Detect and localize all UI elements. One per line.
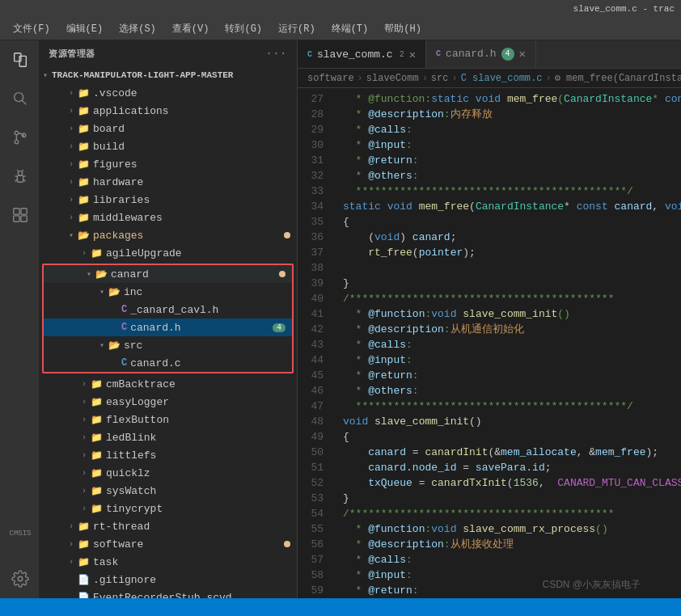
- tab-badge-canard: 4: [501, 48, 514, 61]
- code-editor[interactable]: 27 28 29 30 31 32 33 34 35 36 37 38 39 4…: [298, 88, 681, 598]
- tree-littlefs[interactable]: › 📁 littlefs: [39, 446, 297, 464]
- tab-close-slave[interactable]: ✕: [409, 48, 416, 61]
- tree-canard[interactable]: ▾ 📂 canard: [44, 265, 292, 283]
- activity-cmsis-icon[interactable]: CMSIS: [3, 517, 36, 550]
- tree-canard-h[interactable]: C canard.h 4: [44, 319, 292, 336]
- tree-item-label: inc: [124, 286, 292, 298]
- menu-select[interactable]: 选择(S): [112, 20, 163, 37]
- menu-help[interactable]: 帮助(H): [378, 20, 428, 37]
- tree-applications[interactable]: › 📁 applications: [39, 102, 297, 120]
- tree-agileupgrade[interactable]: › 📁 agileUpgrade: [39, 244, 297, 262]
- tree-software[interactable]: › 📁 software: [39, 535, 297, 553]
- activity-extensions-icon[interactable]: [3, 199, 36, 231]
- tree-item-label: applications: [93, 105, 297, 117]
- tab-icon-slave: C: [307, 50, 312, 59]
- tree-item-label: figures: [93, 158, 297, 171]
- tree-item-label: middlewares: [93, 212, 297, 224]
- activity-git-icon[interactable]: [3, 121, 36, 154]
- breadcrumb-file[interactable]: C slave_comm.c: [461, 73, 543, 84]
- tab-close-canard[interactable]: ✕: [519, 47, 526, 61]
- title-text: slave_comm.c - trac: [573, 4, 675, 14]
- tree-gitignore[interactable]: 📄 .gitignore: [39, 571, 297, 589]
- tree-src[interactable]: ▾ 📂 src: [44, 336, 292, 354]
- svg-rect-8: [17, 175, 23, 182]
- tree-easylogger[interactable]: › 📁 easyLogger: [39, 393, 297, 411]
- tree-build[interactable]: › 📁 build: [39, 137, 297, 155]
- activity-files-icon[interactable]: [3, 44, 36, 76]
- canard-h-badge: 4: [273, 323, 286, 332]
- tab-label-canard: canard.h: [446, 48, 496, 60]
- tree-quicklz[interactable]: › 📁 quicklz: [39, 464, 297, 482]
- menu-goto[interactable]: 转到(G): [218, 20, 269, 37]
- tree-item-label: packages: [93, 230, 284, 242]
- sidebar-more-button[interactable]: ···: [265, 47, 287, 60]
- tree-canard-cavl[interactable]: C _canard_cavl.h: [44, 301, 292, 319]
- tree-rtthread[interactable]: › 📁 rt-thread: [39, 517, 297, 535]
- breadcrumb-slavecomm[interactable]: slaveComm: [366, 73, 419, 84]
- tab-slave-comm[interactable]: C slave_comm.c 2 ✕: [298, 40, 426, 68]
- svg-point-5: [15, 140, 19, 144]
- breadcrumb-function[interactable]: ⚙ mem_free(CanardInstance * c...: [555, 72, 681, 84]
- menu-view[interactable]: 查看(V): [166, 20, 216, 37]
- breadcrumb-software[interactable]: software: [307, 73, 354, 84]
- menu-run[interactable]: 运行(R): [272, 20, 322, 37]
- tab-bar: C slave_comm.c 2 ✕ C canard.h 4 ✕: [298, 40, 681, 69]
- packages-dot: [284, 232, 290, 238]
- tree-item-label: flexButton: [106, 414, 297, 426]
- activity-debug-icon[interactable]: [3, 160, 36, 192]
- tree-hardware[interactable]: › 📁 hardware: [39, 173, 297, 191]
- title-bar: slave_comm.c - trac: [0, 0, 681, 18]
- tree-board[interactable]: › 📁 board: [39, 120, 297, 137]
- sidebar: 资源管理器 ··· ▾ TRACK-MANIPULATOR-LIGHT-APP-…: [39, 40, 298, 598]
- tree-item-label: src: [124, 340, 292, 352]
- tree-tinycrypt[interactable]: › 📁 tinycrypt: [39, 500, 297, 517]
- tree-item-label: sysWatch: [106, 485, 297, 497]
- tree-canard-c[interactable]: C canard.c: [44, 354, 292, 372]
- activity-search-icon[interactable]: [3, 82, 36, 115]
- tree-packages[interactable]: ▾ 📂 packages: [39, 226, 297, 244]
- status-bar: [0, 598, 681, 616]
- tree-item-label: build: [93, 141, 297, 153]
- breadcrumb-src[interactable]: src: [431, 73, 449, 84]
- breadcrumb: software › slaveComm › src › C slave_com…: [298, 69, 681, 88]
- tree-vscode[interactable]: › 📁 .vscode: [39, 84, 297, 102]
- activity-bar: CMSIS: [0, 40, 39, 598]
- tree-item-label: canard: [111, 268, 279, 281]
- tab-label-slave: slave_comm.c: [317, 49, 393, 61]
- tree-ledblink[interactable]: › 📁 ledBlink: [39, 428, 297, 446]
- line-numbers: 27 28 29 30 31 32 33 34 35 36 37 38 39 4…: [298, 88, 330, 598]
- tree-libraries[interactable]: › 📁 libraries: [39, 191, 297, 209]
- tree-syswatch[interactable]: › 📁 sysWatch: [39, 482, 297, 500]
- tree-event-recorder[interactable]: 📄 EventRecorderStub.scvd: [39, 589, 297, 598]
- svg-point-2: [15, 93, 23, 102]
- canard-highlight-box: ▾ 📂 canard ▾ 📂 inc C _canard_: [42, 264, 294, 373]
- svg-rect-12: [21, 216, 27, 222]
- svg-point-7: [18, 171, 23, 176]
- tree-item-label: hardware: [93, 176, 297, 188]
- menu-file[interactable]: 文件(F): [6, 20, 57, 37]
- activity-settings-icon[interactable]: [3, 563, 36, 595]
- tree-root[interactable]: ▾ TRACK-MANIPULATOR-LIGHT-APP-MASTER: [39, 66, 297, 84]
- tree-cmbacktrace[interactable]: › 📁 cmBacktrace: [39, 375, 297, 393]
- tree-middlewares[interactable]: › 📁 middlewares: [39, 209, 297, 226]
- main-layout: CMSIS 资源管理器 ··· ▾ TRACK-MANIPULATOR-LIGH…: [0, 40, 681, 598]
- tree-item-label: libraries: [93, 194, 297, 206]
- menu-edit[interactable]: 编辑(E): [60, 20, 110, 37]
- tree-figures[interactable]: › 📁 figures: [39, 155, 297, 173]
- editor-area: C slave_comm.c 2 ✕ C canard.h 4 ✕ softwa…: [298, 40, 681, 598]
- menu-bar: 文件(F) 编辑(E) 选择(S) 查看(V) 转到(G) 运行(R) 终端(T…: [0, 18, 681, 40]
- software-dot: [284, 541, 290, 547]
- tree-item-label: canard.c: [130, 357, 292, 369]
- tab-canard-h[interactable]: C canard.h 4 ✕: [426, 40, 536, 68]
- tree-item-label: easyLogger: [106, 396, 297, 408]
- tree-item-label: cmBacktrace: [106, 378, 297, 390]
- tree-inc[interactable]: ▾ 📂 inc: [44, 283, 292, 301]
- tree-item-label: EventRecorderStub.scvd: [93, 592, 297, 599]
- tree-item-label: tinycrypt: [106, 503, 297, 515]
- menu-terminal[interactable]: 终端(T): [325, 20, 375, 37]
- svg-rect-9: [14, 209, 19, 214]
- canard-dot: [279, 271, 286, 277]
- tree-task[interactable]: › 📁 task: [39, 553, 297, 571]
- code-content[interactable]: * @function:static void mem_free(CanardI…: [330, 88, 681, 598]
- tree-flexbutton[interactable]: › 📁 flexButton: [39, 411, 297, 428]
